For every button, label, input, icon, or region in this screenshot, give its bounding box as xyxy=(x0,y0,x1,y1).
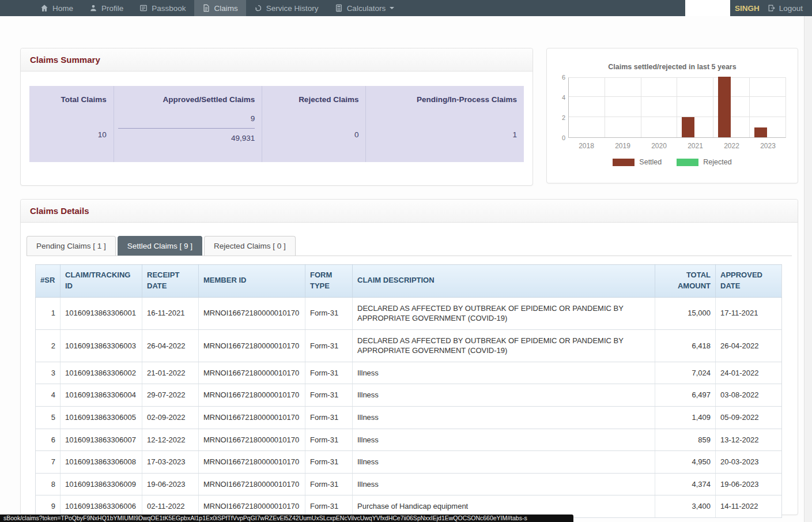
col-header-total-amount: TOTAL AMOUNT xyxy=(655,265,716,298)
summary-col-pending-in-process-claims: Pending/In-Process Claims1 xyxy=(365,86,524,162)
legend-settled: Settled xyxy=(613,158,662,166)
user-icon xyxy=(89,4,97,12)
summary-col-total-claims: Total Claims10 xyxy=(29,86,114,162)
col-header-claim-description: CLAIM DESCRIPTION xyxy=(353,265,655,298)
chevron-down-icon xyxy=(390,7,394,9)
table-row: 41016091386330600429-07-2022MRNOI1667218… xyxy=(36,384,782,407)
claims-icon xyxy=(202,4,210,12)
table-row: 31016091386330600221-01-2022MRNOI1667218… xyxy=(36,362,782,384)
summary-settled-count: 9 xyxy=(114,114,255,123)
nav-item-profile[interactable]: Profile xyxy=(81,0,131,16)
user-name: SINGH xyxy=(735,4,760,13)
tabs-strip: Pending Claims [ 1 ]Settled Claims [ 9 ]… xyxy=(27,236,792,256)
chart-plot xyxy=(568,77,786,138)
col-header-approved-date: APPROVED DATE xyxy=(716,265,782,298)
col-header-sr: #SR xyxy=(36,265,61,298)
redacted-username-box xyxy=(685,0,730,16)
nav-item-calculators[interactable]: Calculators xyxy=(327,0,403,16)
legend-swatch-rejected xyxy=(677,159,698,166)
nav-item-home[interactable]: Home xyxy=(32,0,81,16)
claims-summary-panel: Claims Summary Total Claims10Approved/Se… xyxy=(20,48,533,186)
chart-area: 0246 xyxy=(568,77,786,138)
legend-swatch-settled xyxy=(613,159,635,166)
claims-table: #SRCLAIM/TRACKING IDRECEIPT DATEMEMBER I… xyxy=(35,264,782,518)
chart-title: Claims settled/rejected in last 5 years xyxy=(547,63,798,71)
claims-chart-panel: Claims settled/rejected in last 5 years … xyxy=(546,48,798,183)
nav-items: HomeProfilePassbookClaimsService History… xyxy=(0,0,402,16)
bar-settled-2022 xyxy=(718,77,731,137)
nav-item-claims[interactable]: Claims xyxy=(194,0,246,16)
chart-x-axis: 201820192020202120222023 xyxy=(568,142,786,150)
claims-details-title: Claims Details xyxy=(30,206,89,216)
chart-column-2018 xyxy=(569,78,605,137)
table-row: 11016091386330600116-11-2021MRNOI1667218… xyxy=(36,297,782,329)
col-header-receipt-date: RECEIPT DATE xyxy=(142,265,199,298)
table-row: 61016091386330600712-12-2022MRNOI1667218… xyxy=(36,429,782,451)
tab-rejected-claims-0[interactable]: Rejected Claims [ 0 ] xyxy=(204,236,296,256)
table-row: 71016091386330600817-03-2023MRNOI1667218… xyxy=(36,451,782,474)
legend-rejected: Rejected xyxy=(677,158,731,166)
home-icon xyxy=(40,4,48,12)
chart-column-2020 xyxy=(641,78,678,137)
chart-legend: SettledRejected xyxy=(547,158,798,166)
claims-summary-header: Claims Summary xyxy=(21,48,532,72)
bar-settled-2021 xyxy=(682,117,694,137)
summary-value: 10 xyxy=(98,130,107,139)
chart-column-2022 xyxy=(713,78,750,137)
logout-label: Logout xyxy=(779,4,803,13)
chart-y-axis: 0246 xyxy=(553,77,565,138)
tab-pending-claims-1[interactable]: Pending Claims [ 1 ] xyxy=(27,236,116,256)
nav-item-passbook[interactable]: Passbook xyxy=(131,0,194,16)
history-icon xyxy=(254,4,262,12)
passbook-icon xyxy=(139,4,148,12)
chart-column-2023 xyxy=(750,78,785,137)
col-header-form-type: FORM TYPE xyxy=(305,265,353,298)
scrollbar-track[interactable] xyxy=(804,16,812,522)
summary-settled-amount: 49,931 xyxy=(114,134,255,142)
claims-table-wrap: #SRCLAIM/TRACKING IDRECEIPT DATEMEMBER I… xyxy=(35,264,783,518)
claims-details-panel: Claims Details Pending Claims [ 1 ]Settl… xyxy=(20,199,798,515)
link-preview-status-bar: sBook/claims?token=TPoQbyF9NxHQ1bYMIUMI9… xyxy=(0,515,573,522)
chart-column-2019 xyxy=(605,78,641,137)
logout-icon xyxy=(768,4,776,12)
summary-col-rejected-claims: Rejected Claims0 xyxy=(262,86,365,162)
chart-column-2021 xyxy=(677,78,713,137)
table-row: 51016091386330600502-09-2022MRNOI1667218… xyxy=(36,406,782,429)
col-header-member-id: MEMBER ID xyxy=(199,265,305,298)
claims-details-header: Claims Details xyxy=(21,200,798,223)
table-row: 81016091386330600919-06-2023MRNOI1667218… xyxy=(36,473,782,495)
logout-button[interactable]: Logout xyxy=(768,4,803,13)
claims-summary-table: Total Claims10Approved/Settled Claims949… xyxy=(29,86,524,162)
table-header-row: #SRCLAIM/TRACKING IDRECEIPT DATEMEMBER I… xyxy=(36,265,782,298)
summary-col-approved-settled-claims: Approved/Settled Claims949,931 xyxy=(114,86,262,162)
claims-summary-title: Claims Summary xyxy=(30,55,100,65)
nav-item-service-history[interactable]: Service History xyxy=(246,0,327,16)
table-row: 21016091386330600326-04-2022MRNOI1667218… xyxy=(36,329,782,362)
bar-settled-2023 xyxy=(754,127,767,138)
tab-settled-claims-9[interactable]: Settled Claims [ 9 ] xyxy=(118,236,202,256)
calculator-icon xyxy=(335,4,343,12)
nav-right: SINGH Logout xyxy=(685,0,812,16)
summary-value: 1 xyxy=(512,130,517,139)
top-navbar: HomeProfilePassbookClaimsService History… xyxy=(0,0,812,16)
summary-value: 0 xyxy=(354,130,359,139)
claims-details-body: Pending Claims [ 1 ]Settled Claims [ 9 ]… xyxy=(21,236,798,518)
col-header-claim-tracking-id: CLAIM/TRACKING ID xyxy=(61,265,142,298)
